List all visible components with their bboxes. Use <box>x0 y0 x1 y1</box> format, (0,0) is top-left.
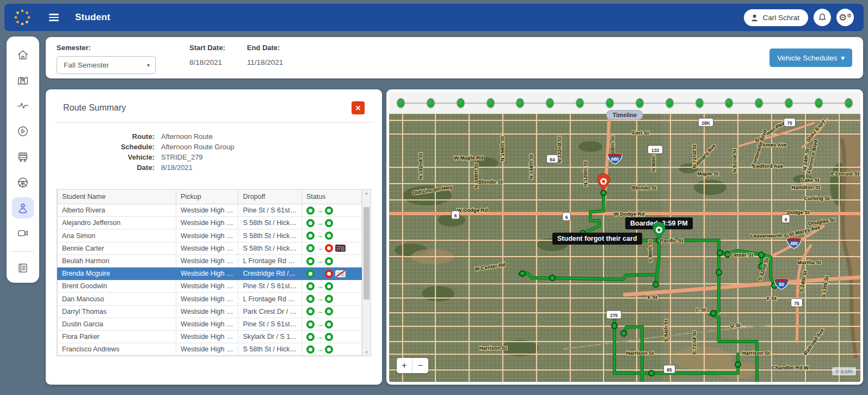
students-table-zone: Student NamePickupDropoffStatus Alberto … <box>57 189 371 356</box>
table-row[interactable]: Alejandro JeffersonWestside High Sch...S… <box>58 217 362 229</box>
zoom-out-button[interactable]: − <box>413 358 428 373</box>
timeline-dot[interactable] <box>755 98 763 108</box>
column-header[interactable]: Status <box>301 190 361 204</box>
timeline-dot[interactable] <box>845 98 853 108</box>
nav-vehicles[interactable] <box>12 146 34 168</box>
table-row[interactable]: Alberto RiveraWestside High Sch...Pine S… <box>58 204 362 217</box>
map-tooltip: Student forgot their card <box>552 233 642 245</box>
column-header[interactable]: Dropoff <box>238 190 301 204</box>
status-cell: → <box>301 318 361 330</box>
timeline-dot[interactable] <box>695 98 704 108</box>
timeline-dot[interactable] <box>815 98 823 108</box>
play-icon <box>17 125 29 137</box>
column-header[interactable]: Pickup <box>176 190 238 204</box>
route-stop-marker[interactable] <box>601 190 606 196</box>
table-row[interactable]: Brenda McguireWestside High Sch...Crestr… <box>58 268 362 280</box>
table-row[interactable]: Dan MancusoWestside High Sch...L Frontag… <box>58 293 362 305</box>
street-label: Q St <box>730 322 741 328</box>
street-label: Bedford Ave <box>753 163 783 169</box>
hamburger-menu-icon[interactable] <box>49 14 59 21</box>
timeline-dot[interactable] <box>546 98 554 108</box>
timeline-dot[interactable] <box>636 98 644 108</box>
column-header[interactable]: Student Name <box>58 190 176 204</box>
timeline-dot[interactable] <box>397 98 405 108</box>
timeline-dots <box>397 98 853 108</box>
us-route-shield: 64 <box>547 155 558 163</box>
dropoff-status-icon <box>325 345 333 354</box>
nav-students[interactable] <box>12 197 34 219</box>
route-stop-marker[interactable] <box>725 252 730 257</box>
table-row[interactable]: Dustin GarciaWestside High Sch...Pine St… <box>58 318 362 330</box>
pickup-status-icon <box>306 333 315 341</box>
table-row[interactable]: Ana SimonWestside High Sch...S 58th St /… <box>58 229 362 242</box>
timeline-dot[interactable] <box>457 98 465 108</box>
route-stop-marker[interactable] <box>649 370 654 376</box>
street-label: N 120th St <box>582 161 588 186</box>
scroll-down-icon[interactable]: ▼ <box>362 350 371 354</box>
close-panel-button[interactable]: ✕ <box>352 101 365 114</box>
svg-text:28K: 28K <box>701 120 710 126</box>
table-row[interactable]: Beulah HarmonWestside High Sch...L Front… <box>58 254 362 267</box>
table-row[interactable]: Francisco AndrewsWestside High Sch...S 5… <box>58 343 362 356</box>
table-row[interactable]: Flora ParkerWestside High Sch...Skylark … <box>58 331 362 343</box>
settings-button[interactable]: ⚙⚙ <box>836 9 854 26</box>
table-row[interactable]: Bennie CarterWestside High Sch...S 58th … <box>58 242 362 254</box>
table-row[interactable]: Brent GoodwinWestside High Sch...Pine St… <box>58 280 362 293</box>
street-label: N 192nd St <box>417 153 423 180</box>
zoom-in-button[interactable]: + <box>397 358 413 373</box>
timeline-dot[interactable] <box>576 98 584 108</box>
street-label: Martha St <box>797 259 821 265</box>
vehicle-schedules-button[interactable]: Vehicle Schedules ▾ <box>769 48 852 67</box>
street-label: N 144th St <box>528 154 534 179</box>
notifications-button[interactable] <box>814 9 831 26</box>
route-stop-marker[interactable] <box>735 362 741 367</box>
route-stop-marker[interactable] <box>653 282 658 287</box>
route-stop-marker[interactable] <box>612 323 617 329</box>
card-declined-icon <box>335 245 346 252</box>
status-cell: → <box>301 217 361 229</box>
route-stop-marker[interactable] <box>759 252 764 258</box>
arrow-right-icon: → <box>316 219 323 227</box>
timeline-dot[interactable] <box>606 98 614 108</box>
route-stop-marker[interactable] <box>711 311 716 316</box>
timeline-dot[interactable] <box>785 98 793 108</box>
user-menu-button[interactable]: Carl Schrat <box>744 9 808 26</box>
video-camera-icon <box>17 227 29 239</box>
timeline-dot[interactable] <box>725 98 733 108</box>
street-label: Chandler Rd W <box>772 364 809 370</box>
timeline-dot[interactable] <box>666 98 674 108</box>
dropoff-status-icon <box>325 206 333 215</box>
route-stop-marker[interactable] <box>550 275 555 281</box>
semester-select[interactable]: Fall Semester ▾ <box>57 56 156 74</box>
pickup-status-icon <box>306 320 315 329</box>
route-stop-marker[interactable] <box>716 270 722 275</box>
scroll-up-icon[interactable]: ▲ <box>362 191 371 195</box>
nav-home[interactable] <box>12 44 34 66</box>
street-label: Hamilton St <box>792 184 821 190</box>
table-scrollbar[interactable]: ▲ ▼ <box>362 190 371 356</box>
route-stop-marker[interactable] <box>520 271 525 276</box>
timeline-dot[interactable] <box>516 98 524 108</box>
nav-cameras[interactable] <box>12 222 34 244</box>
dropoff-status-icon <box>325 270 333 278</box>
nav-logs[interactable] <box>12 257 34 279</box>
map-canvas[interactable]: Fort StW Maple RdMaple StBlondo StBlondo… <box>389 114 860 382</box>
bell-icon <box>818 13 827 22</box>
timeline-dot[interactable] <box>487 98 495 108</box>
steering-wheel-icon <box>17 177 29 189</box>
pickup-cell: Westside High Sch... <box>176 229 238 242</box>
nav-map[interactable] <box>12 70 34 92</box>
pickup-status-icon <box>306 244 315 252</box>
nav-activity[interactable] <box>12 95 34 117</box>
scrollbar-thumb[interactable] <box>364 207 370 300</box>
map-icon <box>17 75 29 87</box>
svg-text:6: 6 <box>565 215 568 220</box>
nav-playback[interactable] <box>12 120 34 142</box>
nav-drivers[interactable] <box>12 172 34 193</box>
arrow-right-icon: → <box>316 282 323 290</box>
street-label: F St <box>648 294 658 300</box>
timeline-dot[interactable] <box>427 98 435 108</box>
route-stop-marker[interactable] <box>717 250 723 256</box>
table-row[interactable]: Darryl ThomasWestside High Sch...Park Cr… <box>58 305 362 318</box>
route-stop-marker[interactable] <box>621 331 626 336</box>
